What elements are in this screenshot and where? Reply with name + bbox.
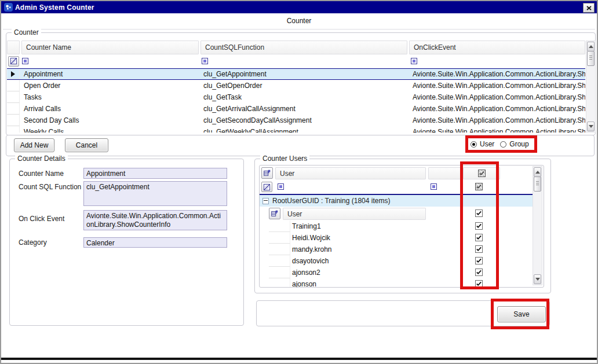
row-selector-cell[interactable] — [7, 103, 20, 115]
cell-counter-name: Arrival Calls — [20, 103, 199, 115]
users-checkbox-header[interactable] — [463, 167, 500, 179]
user-row[interactable]: ajonson2 — [260, 267, 534, 278]
filter-checkbox-indeterminate[interactable] — [475, 183, 483, 190]
count-sql-function-field[interactable]: clu_GetAppointment — [83, 181, 227, 206]
user-row[interactable]: Heidi.Wojcik — [260, 232, 534, 244]
user-row[interactable]: ajonson — [260, 278, 534, 287]
users-group-row[interactable]: RootUserGUID : Training (1804 items) — [260, 194, 534, 207]
scrollbar-thumb[interactable] — [587, 51, 595, 66]
user-row[interactable]: mandy.krohn — [260, 244, 534, 255]
scroll-down-icon[interactable] — [587, 122, 595, 131]
cell-counter-name: Weekly Calls — [20, 126, 199, 133]
row-selector-cell[interactable] — [7, 91, 20, 103]
on-click-event-label: On Click Event — [19, 215, 64, 223]
checkbox-checked[interactable] — [475, 269, 483, 276]
scroll-up-icon[interactable] — [534, 167, 541, 177]
column-header-countsqlfunction[interactable]: CountSQLFunction — [200, 41, 407, 54]
user-row[interactable]: dsayotovich — [260, 255, 534, 267]
counter-grid-filter-row — [7, 55, 585, 67]
category-label: Category — [19, 238, 47, 247]
counter-grid-scrollbar[interactable] — [586, 41, 596, 133]
cell-countsqlfunction: clu_GetWeeklyCallAssignment — [199, 126, 409, 133]
counter-details-label: Counter Details — [15, 155, 68, 163]
category-field[interactable]: Calender — [83, 237, 227, 248]
filter-icon[interactable] — [278, 183, 284, 190]
cell-onclickevent: Avionte.Suite.Win.Application.Common.Act… — [409, 80, 585, 91]
table-row[interactable]: Open Orderclu_GetOpenOrderAvionte.Suite.… — [7, 80, 585, 91]
row-selector-cell[interactable] — [7, 69, 20, 79]
card-view-icon[interactable] — [269, 208, 280, 219]
user-row-selector-cell[interactable] — [269, 255, 290, 267]
cancel-button[interactable]: Cancel — [65, 138, 108, 152]
clear-filter-icon[interactable] — [261, 182, 272, 192]
group-radio[interactable] — [500, 141, 506, 148]
checkbox-checked[interactable] — [475, 222, 483, 230]
cell-onclickevent: Avionte.Suite.Win.Application.Common.Act… — [409, 115, 585, 126]
close-button[interactable] — [583, 3, 595, 13]
checkbox-checked[interactable] — [475, 257, 483, 264]
count-sql-function-label: Count SQL Function — [19, 183, 81, 191]
cell-countsqlfunction: clu_GetSecondDayCallAssignment — [199, 115, 409, 126]
on-click-event-field[interactable]: Avionte.Suite.Win.Application.Common.Act… — [83, 210, 227, 230]
table-row[interactable]: Appointmentclu_GetAppointmentAvionte.Sui… — [7, 68, 585, 80]
table-row[interactable]: Arrival Callsclu_GetArrivalCallAssignmen… — [7, 103, 585, 115]
counter-grid-rows: Appointmentclu_GetAppointmentAvionte.Sui… — [7, 68, 585, 133]
checkbox-checked[interactable] — [475, 234, 483, 241]
users-grid-header: User — [260, 166, 534, 180]
user-row[interactable]: Training1 — [260, 220, 534, 232]
add-new-button[interactable]: Add New — [14, 138, 54, 152]
table-row[interactable]: Tasksclu_GetTaskAvionte.Suite.Win.Applic… — [7, 91, 585, 103]
user-name-cell: ajonson2 — [292, 267, 320, 278]
table-row[interactable]: Second Day Callsclu_GetSecondDayCallAssi… — [7, 115, 585, 126]
user-group-radio-group: User Group — [471, 140, 535, 148]
counter-groupbox-label: Counter — [12, 28, 41, 36]
row-selector-cell[interactable] — [7, 80, 20, 91]
users-subcolumn-header[interactable]: User — [283, 208, 426, 220]
tab-counter[interactable]: Counter — [1, 14, 597, 28]
cell-counter-name: Open Order — [20, 80, 199, 91]
users-grid-filter-row — [260, 181, 534, 194]
counter-grid-header: Counter Name CountSQLFunction OnClickEve… — [7, 41, 585, 54]
user-row-selector-cell[interactable] — [269, 278, 290, 287]
admin-system-counter-window: Admin System Counter Counter Counter Cou… — [0, 0, 598, 364]
cell-onclickevent: Avionte.Suite.Win.Application.Common.Act… — [409, 126, 585, 133]
cell-onclickevent: Avionte.Suite.Win.Application.Common.Act… — [409, 69, 585, 79]
filter-icon[interactable] — [22, 58, 28, 64]
user-radio[interactable] — [471, 141, 477, 148]
users-grid-rows: Training1Heidi.Wojcikmandy.krohndsayotov… — [260, 220, 534, 287]
scroll-down-icon[interactable] — [534, 274, 541, 284]
column-header-counter-name[interactable]: Counter Name — [21, 41, 199, 54]
row-selector-cell[interactable] — [7, 115, 20, 126]
filter-icon[interactable] — [202, 58, 208, 64]
card-view-icon[interactable] — [261, 167, 273, 179]
users-column-header[interactable]: User — [275, 167, 426, 179]
clear-filter-icon[interactable] — [8, 56, 19, 67]
group-radio-label: Group — [509, 140, 528, 148]
user-row-selector-cell[interactable] — [269, 220, 290, 232]
scrollbar-thumb[interactable] — [534, 177, 541, 192]
user-row-selector-cell[interactable] — [269, 232, 290, 244]
header-corner-cell — [7, 41, 20, 54]
row-selector-cell[interactable] — [7, 126, 20, 133]
filter-icon[interactable] — [411, 58, 417, 64]
window-bottom-edge — [1, 358, 597, 360]
checkbox-checked[interactable] — [475, 209, 483, 217]
user-name-cell: ajonson — [292, 278, 316, 287]
checkbox-checked[interactable] — [475, 245, 483, 253]
users-grid-scrollbar[interactable] — [533, 166, 542, 285]
user-row-selector-cell[interactable] — [269, 267, 290, 278]
collapse-icon[interactable] — [262, 198, 269, 204]
app-icon — [4, 3, 13, 12]
user-row-selector-cell[interactable] — [269, 244, 290, 255]
checkbox-checked[interactable] — [475, 280, 483, 287]
filter-icon[interactable] — [431, 183, 437, 190]
cell-onclickevent: Avionte.Suite.Win.Application.Common.Act… — [409, 91, 585, 103]
scroll-up-icon[interactable] — [587, 42, 595, 52]
column-header-onclickevent[interactable]: OnClickEvent — [409, 41, 585, 54]
tab-separator — [3, 29, 595, 30]
counter-name-field[interactable]: Appointment — [83, 168, 227, 179]
checkbox-indeterminate[interactable] — [478, 170, 486, 177]
counter-users-grid: User RootUserGUID : Training (1804 items… — [259, 165, 544, 288]
table-row[interactable]: Weekly Callsclu_GetWeeklyCallAssignmentA… — [7, 126, 585, 133]
save-button[interactable]: Save — [497, 306, 546, 322]
